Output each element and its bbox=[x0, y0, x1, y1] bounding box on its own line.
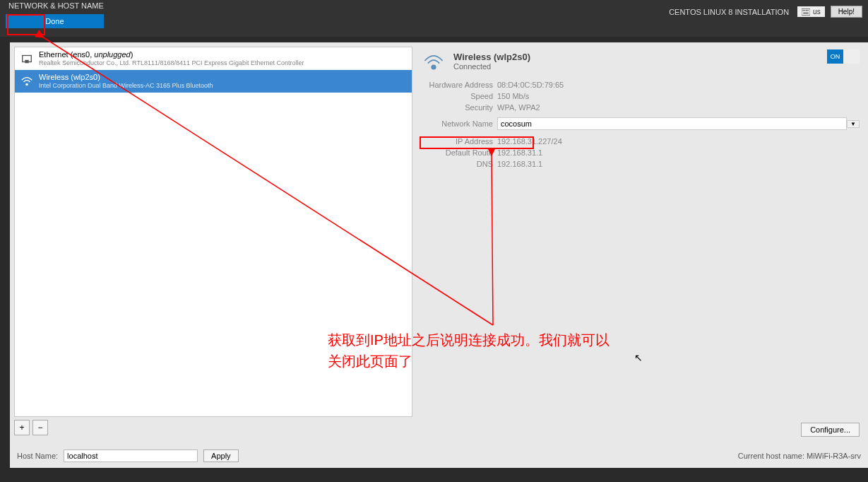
svg-point-8 bbox=[25, 83, 28, 86]
remove-interface-button[interactable]: − bbox=[32, 420, 48, 435]
help-button[interactable]: Help! bbox=[831, 6, 862, 18]
svg-rect-0 bbox=[802, 8, 810, 15]
wireless-icon bbox=[20, 75, 33, 88]
ethernet-icon bbox=[20, 52, 33, 65]
done-button[interactable]: Done bbox=[6, 14, 104, 28]
svg-rect-3 bbox=[806, 10, 807, 11]
current-hostname: Current host name: MiWiFi-R3A-srv bbox=[738, 452, 861, 460]
wireless-detail-icon bbox=[421, 48, 446, 74]
dns-row: DNS 192.168.31.1 bbox=[421, 158, 860, 170]
detail-title: Wireless (wlp2s0) bbox=[453, 52, 530, 62]
detail-status: Connected bbox=[453, 62, 530, 71]
configure-button[interactable]: Configure... bbox=[801, 423, 860, 437]
nic-subtitle: Realtek Semiconductor Co., Ltd. RTL8111/… bbox=[39, 59, 304, 67]
svg-rect-1 bbox=[803, 10, 804, 11]
svg-point-9 bbox=[431, 64, 436, 69]
annotation-text: 获取到IP地址之后说明连接成功。我们就可以 关闭此页面了 bbox=[328, 329, 610, 372]
nic-title: Ethernet (ens0, unplugged) bbox=[39, 50, 304, 59]
svg-rect-7 bbox=[25, 60, 28, 64]
network-list-column: Ethernet (ens0, unplugged) Realtek Semic… bbox=[10, 42, 412, 440]
keyboard-indicator[interactable]: us bbox=[797, 6, 825, 17]
toggle-on-label: ON bbox=[827, 49, 843, 64]
page-title: NETWORK & HOST NAME bbox=[6, 1, 104, 10]
keyboard-layout-label: us bbox=[813, 8, 821, 16]
apply-button[interactable]: Apply bbox=[203, 449, 239, 462]
installer-title: CENTOS LINUX 8 INSTALLATION bbox=[669, 8, 789, 16]
nic-subtitle: Intel Corporation Dual Band Wireless-AC … bbox=[39, 82, 213, 90]
svg-rect-2 bbox=[804, 10, 806, 11]
hostname-input[interactable] bbox=[64, 449, 198, 462]
toggle-off-side bbox=[843, 49, 860, 64]
cursor-icon: ↖ bbox=[634, 352, 643, 363]
security-row: Security WPA, WPA2 bbox=[421, 102, 860, 113]
network-name-dropdown[interactable]: ▼ bbox=[847, 120, 860, 128]
keyboard-icon bbox=[802, 8, 810, 16]
hostname-label: Host Name: bbox=[17, 452, 58, 460]
nic-title: Wireless (wlp2s0) bbox=[39, 73, 213, 82]
svg-rect-5 bbox=[803, 12, 809, 13]
svg-rect-4 bbox=[807, 10, 809, 11]
network-name-row: Network Name ▼ bbox=[421, 117, 860, 130]
speed-row: Speed 150 Mb/s bbox=[421, 90, 860, 102]
nic-item-ethernet[interactable]: Ethernet (ens0, unplugged) Realtek Semic… bbox=[15, 47, 412, 70]
hw-address-row: Hardware Address 08:D4:0C:5D:79:65 bbox=[421, 79, 860, 90]
connection-toggle[interactable]: ON bbox=[827, 49, 860, 64]
nic-item-wireless[interactable]: Wireless (wlp2s0) Intel Corporation Dual… bbox=[15, 70, 412, 93]
header: NETWORK & HOST NAME Done CENTOS LINUX 8 … bbox=[0, 0, 868, 37]
add-interface-button[interactable]: + bbox=[14, 420, 30, 435]
main-panel: Ethernet (ens0, unplugged) Realtek Semic… bbox=[10, 42, 868, 468]
network-detail-column: Wireless (wlp2s0) Connected ON Hardware … bbox=[412, 42, 868, 440]
network-name-input[interactable] bbox=[497, 117, 847, 130]
ip-address-row: IP Address 192.168.31.227/24 bbox=[421, 136, 860, 147]
default-route-row: Default Route 192.168.31.1 bbox=[421, 147, 860, 158]
